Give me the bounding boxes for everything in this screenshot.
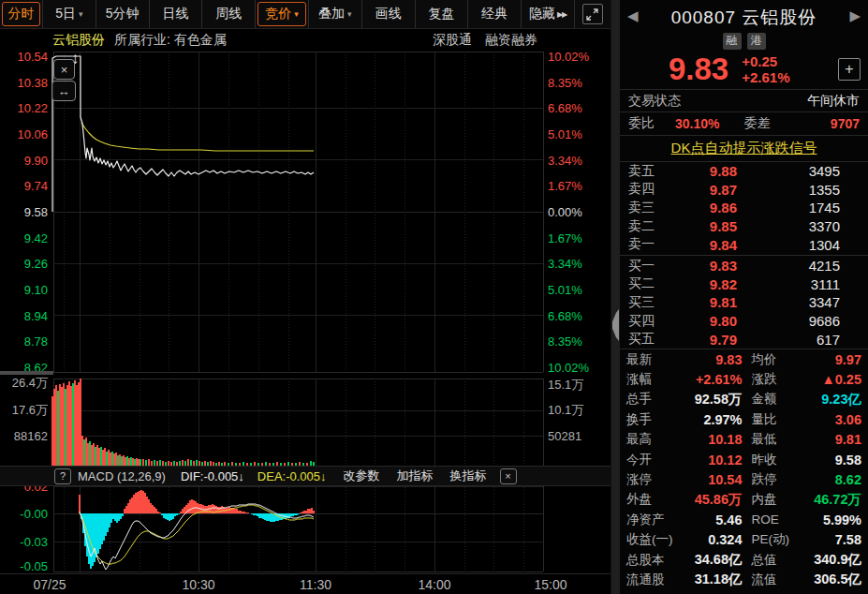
chevron-down-icon: ▾ <box>347 9 352 19</box>
close-indicator-icon[interactable]: × <box>500 468 517 484</box>
weibi-label: 委比 <box>628 115 655 132</box>
bid-row-3[interactable]: 买三 9.81 3347 <box>620 293 868 312</box>
time-label-15:00: 15:00 <box>534 577 566 592</box>
pct-tick-8: 3.34% <box>548 257 582 271</box>
prev-stock-icon[interactable]: ◀ <box>627 7 639 24</box>
toolbar-button-5[interactable]: 周线 <box>202 0 256 28</box>
bid-row-2[interactable]: 买二 9.82 3111 <box>620 275 868 294</box>
pct-tick-12: 10.02% <box>548 361 589 375</box>
dif-value: DIF:-0.005↓ <box>181 469 244 483</box>
ask-row-2[interactable]: 卖四 9.87 1355 <box>620 181 868 200</box>
vol-tick-1: 17.6万 <box>1 402 48 419</box>
price-tick-7: 9.42 <box>1 230 48 245</box>
trade-status-label: 交易状态 <box>628 93 681 110</box>
toolbar-button-1[interactable]: 分时 <box>0 0 43 28</box>
market-tags: 深股通 融资融券 <box>433 32 537 49</box>
toolbar-button-3[interactable]: 5分钟 <box>96 0 150 28</box>
horizontal-range-icon[interactable]: ↔ <box>51 81 76 101</box>
next-stock-icon[interactable]: ▶ <box>849 7 861 24</box>
price-tick-8: 9.26 <box>1 257 48 271</box>
stat-row-5: 最高 10.18 最低 9.81 <box>620 430 868 450</box>
stat-row-2: 涨幅 +2.61% 涨跌 ▲0.25 <box>620 369 868 389</box>
price-tick-3: 10.06 <box>1 127 48 141</box>
ask-row-4[interactable]: 卖二 9.85 3370 <box>620 217 868 236</box>
pct-tick-10: 6.68% <box>548 308 582 322</box>
badge-margin: 融 <box>723 33 742 50</box>
price-tick-4: 9.90 <box>1 153 48 167</box>
stat-row-12: 流通股 31.18亿 流值 306.5亿 <box>620 570 868 589</box>
stock-code-name: 000807 云铝股份 <box>671 6 817 30</box>
ask-row-5[interactable]: 卖一 9.84 1304 <box>620 235 868 254</box>
stock-badges: 融 港 <box>620 33 868 50</box>
toolbar-button-8[interactable]: 画线 <box>362 0 416 28</box>
stat-row-8: 外盘 45.86万 内盘 46.72万 <box>620 490 868 510</box>
bid-row-5[interactable]: 买五 9.79 617 <box>620 330 868 349</box>
dk-signal-row: DK点自动提示涨跌信号 <box>620 135 868 161</box>
toolbar-button-6[interactable]: 竞价 ▾ <box>256 0 309 28</box>
price-tick-10: 8.94 <box>1 308 48 322</box>
pct-tick-11: 8.35% <box>548 334 582 349</box>
ask-row-1[interactable]: 卖五 9.88 3495 <box>620 162 868 181</box>
price-change: +0.25 +2.61% <box>742 53 789 85</box>
help-icon[interactable]: ? <box>54 468 71 484</box>
dk-signal-link[interactable]: DK点自动提示涨跌信号 <box>671 140 817 157</box>
price-tick-9: 9.10 <box>1 283 48 297</box>
chart-info-row: 云铝股份 所属行业: 有色金属 深股通 融资融券 <box>0 29 611 52</box>
dea-value: DEA:-0.005↓ <box>257 469 327 483</box>
pct-tick-6: 0.00% <box>548 205 582 219</box>
price-tick-6: 9.58 <box>1 205 48 219</box>
badge-hk-connect: 港 <box>747 33 766 50</box>
edit-params-button[interactable]: 改参数 <box>344 468 380 484</box>
timeshare-chart[interactable] <box>0 52 611 594</box>
book-separator <box>620 255 868 256</box>
toolbar-button-4[interactable]: 日线 <box>150 0 203 28</box>
panel-divider-grip[interactable] <box>612 309 619 341</box>
vol-tick-r-2: 50281 <box>548 429 581 443</box>
pct-tick-3: 5.01% <box>548 127 582 141</box>
macd-title: MACD (12,26,9) <box>78 469 166 483</box>
tag-margin[interactable]: 融资融券 <box>485 32 537 49</box>
pct-tick-5: 1.67% <box>548 179 582 193</box>
ask-levels: 卖五 9.88 3495 卖四 9.87 1355 卖三 9.86 1745 卖… <box>620 162 868 254</box>
add-indicator-button[interactable]: 加指标 <box>397 468 434 484</box>
price-tick-0: 10.54 <box>1 50 48 64</box>
vol-tick-r-0: 15.1万 <box>548 377 583 394</box>
toolbar-button-2[interactable]: 5日 ▾ <box>43 0 96 28</box>
pct-tick-4: 3.34% <box>548 153 582 167</box>
toolbar-button-11[interactable]: 隐藏 ▶▶ <box>522 0 575 28</box>
pct-tick-0: 10.02% <box>548 50 589 64</box>
bid-row-4[interactable]: 买四 9.80 9686 <box>620 312 868 331</box>
stat-row-1: 最新 9.83 均价 9.97 <box>620 349 868 369</box>
change-percent: +2.61% <box>742 69 789 85</box>
quote-panel: ◀ 000807 云铝股份 ▶ 融 港 9.83 +0.25 +2.61% + … <box>620 0 868 594</box>
ask-row-3[interactable]: 卖三 9.86 1745 <box>620 199 868 217</box>
macd-header: ? MACD (12,26,9) DIF:-0.005↓ DEA:-0.005↓… <box>0 466 611 486</box>
industry-label: 所属行业: 有色金属 <box>114 32 227 49</box>
vol-tick-0: 26.4万 <box>1 375 48 392</box>
trade-status-row: 交易状态 午间休市 <box>620 89 868 111</box>
price-tick-2: 10.22 <box>1 101 48 115</box>
macd-tick-2: -0.03 <box>1 535 48 549</box>
stock-nav: ◀ 000807 云铝股份 ▶ <box>620 0 868 32</box>
time-label-10:30: 10:30 <box>182 577 214 592</box>
switch-indicator-button[interactable]: 换指标 <box>450 468 487 484</box>
stat-row-10: 收益(一) 0.324 PE(动) 7.58 <box>620 529 868 549</box>
bid-row-1[interactable]: 买一 9.83 4215 <box>620 257 868 275</box>
fullscreen-icon[interactable] <box>575 0 611 28</box>
time-axis: 07/2510:3011:3014:0015:00 <box>0 573 611 594</box>
time-label-14:00: 14:00 <box>418 577 450 592</box>
toolbar-button-7[interactable]: 叠加 ▾ <box>309 0 362 28</box>
stat-row-3: 总手 92.58万 金额 9.23亿 <box>620 390 868 409</box>
timeshare-chart-region: 10.5410.3810.2210.069.909.749.589.429.26… <box>0 52 611 594</box>
toolbar-button-10[interactable]: 经典 <box>468 0 522 28</box>
stat-row-9: 净资产 5.46 ROE 5.99% <box>620 510 868 529</box>
pane-splitter-handle[interactable] <box>0 371 53 375</box>
toolbar-button-9[interactable]: 复盘 <box>416 0 469 28</box>
pct-tick-1: 8.35% <box>548 75 582 89</box>
weicha-label: 委差 <box>743 115 770 132</box>
vertical-drag-icon[interactable]: ↕ <box>71 50 80 68</box>
tag-szconnect[interactable]: 深股通 <box>433 32 472 49</box>
price-tick-11: 8.78 <box>1 334 48 349</box>
add-to-watchlist-button[interactable]: + <box>838 58 861 81</box>
top-toolbar: 分时 5日 ▾ 5分钟 日线 周线 竞价 ▾ 叠加 ▾ 画线 复盘 经典 隐藏 … <box>0 0 611 29</box>
